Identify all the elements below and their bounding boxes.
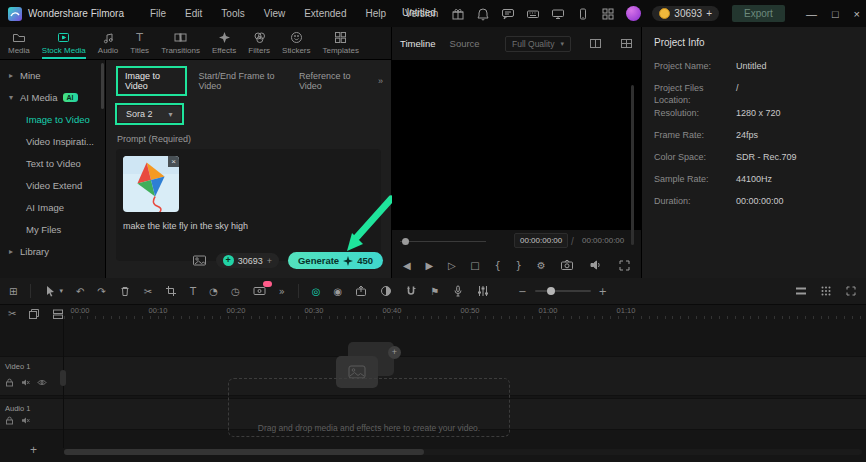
tab-filters[interactable]: Filters [242, 27, 276, 59]
timeline-drop-zone[interactable]: Drag and drop media and effects here to … [228, 378, 510, 437]
prompt-text[interactable]: make the kite fly in the sky high [123, 221, 374, 231]
speaker-icon[interactable] [589, 258, 603, 272]
mobile-icon[interactable] [576, 7, 590, 21]
media-bin-toggle-icon[interactable]: ⊞ [9, 286, 17, 297]
audio-mixer-button[interactable] [477, 285, 489, 297]
mute-icon[interactable] [21, 416, 30, 425]
generate-button[interactable]: Generate 450 [288, 252, 383, 269]
marker-button[interactable]: ⚑ [430, 286, 439, 297]
model-select[interactable]: Sora 2 ▾ [118, 106, 181, 122]
compare-view-icon[interactable] [589, 37, 602, 50]
sidebar-item-video-extend[interactable]: Video Extend [0, 174, 105, 196]
tab-effects[interactable]: Effects [206, 27, 242, 59]
top-up-icon[interactable]: + [223, 255, 234, 266]
timeline-grid-icon[interactable] [820, 285, 832, 297]
track-panel-resize-handle[interactable] [60, 370, 66, 386]
menu-view[interactable]: View [264, 8, 286, 19]
keyframe-button[interactable]: ◉ [334, 286, 343, 297]
screen-record-button[interactable] [253, 285, 266, 297]
sidebar-item-video-inspiration[interactable]: Video Inspirati... [0, 130, 105, 152]
tab-timeline-preview[interactable]: Timeline [400, 38, 436, 49]
grid-view-icon[interactable] [620, 37, 633, 50]
tab-image-to-video[interactable]: Image to Video [116, 66, 187, 96]
add-credits-icon[interactable]: + [706, 8, 712, 19]
sidebar-group-mine[interactable]: ▸ Mine [0, 64, 105, 86]
mark-in-button[interactable]: { [495, 260, 501, 271]
prompt-input-area[interactable]: × make the kite fly in the sky high [116, 149, 381, 261]
undo-button[interactable]: ↶ [76, 286, 84, 297]
menu-edit[interactable]: Edit [185, 8, 202, 19]
preview-scrollbar[interactable] [631, 85, 634, 245]
next-frame-button[interactable]: ▶ [425, 260, 433, 271]
close-button[interactable]: × [854, 8, 860, 20]
sidebar-item-ai-image[interactable]: AI Image [0, 196, 105, 218]
zoom-slider[interactable] [535, 290, 591, 292]
quality-select[interactable]: Full Quality ▾ [505, 36, 571, 52]
keyboard-icon[interactable] [526, 7, 540, 21]
export-button[interactable]: Export [732, 5, 785, 22]
crop-button[interactable] [165, 285, 177, 297]
track-height-icon[interactable] [795, 285, 807, 297]
tab-start-end-frame[interactable]: Start/End Frame to Video [198, 71, 288, 91]
expand-timeline-icon[interactable] [845, 285, 857, 297]
tab-media[interactable]: Media [2, 27, 36, 59]
speed-button[interactable]: ◔ [209, 286, 218, 297]
add-media-icon[interactable]: + [388, 346, 401, 359]
fullscreen-icon[interactable] [618, 259, 631, 272]
zoom-in-button[interactable]: + [599, 286, 607, 297]
scrollbar-thumb[interactable] [64, 449, 424, 455]
sidebar-item-text-to-video[interactable]: Text to Video [0, 152, 105, 174]
menu-file[interactable]: File [150, 8, 166, 19]
output-settings-icon[interactable] [192, 253, 207, 268]
zoom-out-button[interactable]: − [518, 286, 526, 297]
tab-titles[interactable]: T Titles [124, 27, 155, 59]
menu-extended[interactable]: Extended [304, 8, 346, 19]
tab-audio[interactable]: Audio [92, 27, 124, 59]
more-tools-icon[interactable]: » [279, 286, 285, 297]
mask-button[interactable] [380, 285, 392, 297]
more-tabs-icon[interactable]: » [378, 76, 383, 86]
credits-badge[interactable]: 30693 + [652, 6, 719, 21]
display-icon[interactable] [551, 7, 565, 21]
apps-grid-icon[interactable] [601, 7, 615, 21]
previous-frame-button[interactable]: ◀ [403, 260, 411, 271]
sidebar-item-my-files[interactable]: My Files [0, 218, 105, 240]
lock-icon[interactable] [5, 378, 14, 387]
seek-bar[interactable] [400, 241, 486, 242]
redo-button[interactable]: ↷ [97, 286, 105, 297]
tab-stickers[interactable]: Stickers [276, 27, 316, 59]
snapshot-camera-icon[interactable] [560, 258, 574, 272]
play-button[interactable]: ▷ [448, 260, 456, 271]
magnet-snap-button[interactable] [405, 285, 417, 297]
delete-button[interactable] [119, 285, 131, 297]
mark-out-button[interactable]: } [516, 260, 522, 271]
playback-settings-icon[interactable]: ⚙ [537, 260, 546, 271]
add-track-button[interactable]: + [30, 443, 37, 457]
timeline-horizontal-scrollbar[interactable] [64, 449, 862, 455]
uploaded-image-thumbnail[interactable]: × [123, 156, 179, 212]
minimize-button[interactable]: — [806, 8, 817, 20]
sidebar-scrollbar[interactable] [101, 63, 104, 109]
sidebar-group-ai-media[interactable]: ▾ AI Media AI [0, 86, 105, 108]
user-avatar[interactable] [626, 6, 641, 21]
timecode-current[interactable]: 00:00:00:00 [514, 233, 568, 248]
zoom-slider-handle[interactable] [547, 287, 555, 295]
remove-image-icon[interactable]: × [168, 156, 179, 167]
tab-source-preview[interactable]: Source [450, 38, 480, 49]
tab-stock-media[interactable]: Stock Media [36, 27, 92, 59]
sidebar-item-image-to-video[interactable]: Image to Video [0, 108, 105, 130]
tab-reference-to-video[interactable]: Reference to Video [299, 71, 367, 91]
seek-handle[interactable] [402, 238, 409, 245]
duration-button[interactable]: ◷ [231, 286, 240, 297]
split-button[interactable]: ✂ [144, 286, 152, 297]
maximize-button[interactable]: □ [832, 8, 839, 20]
lock-icon[interactable] [5, 416, 14, 425]
stop-button[interactable]: □ [470, 260, 479, 271]
text-tool-button[interactable]: T [190, 286, 196, 297]
ai-credits-badge[interactable]: + 30693 + [216, 253, 279, 268]
chroma-key-button[interactable]: ◎ [312, 286, 321, 297]
voiceover-mic-button[interactable] [452, 285, 464, 297]
menu-help[interactable]: Help [365, 8, 386, 19]
sidebar-group-library[interactable]: ▸ Library [0, 240, 105, 262]
select-tool[interactable]: ▾ [44, 285, 63, 297]
